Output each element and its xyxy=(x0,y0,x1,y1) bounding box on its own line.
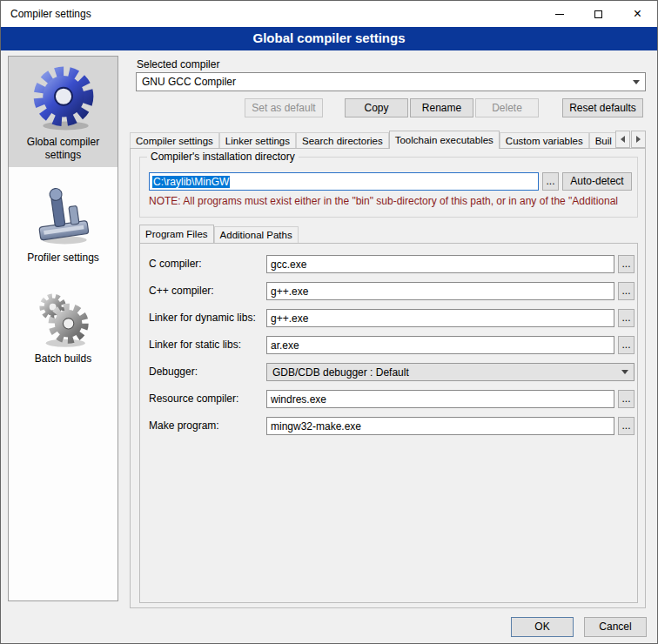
sidebar-item-label: Global compiler settings xyxy=(11,136,115,162)
static-linker-label: Linker for static libs: xyxy=(149,336,241,354)
arrow-right-icon xyxy=(636,136,641,143)
gray-gears-icon xyxy=(11,286,115,349)
dynamic-linker-label: Linker for dynamic libs: xyxy=(149,309,256,327)
resource-compiler-browse-button[interactable]: ... xyxy=(618,390,634,408)
compiler-settings-window: Compiler settings × Global compiler sett… xyxy=(0,0,658,644)
make-program-row: Make program: ... xyxy=(140,417,637,435)
selected-compiler-dropdown[interactable]: GNU GCC Compiler xyxy=(136,72,646,91)
sidebar-item-label: Batch builds xyxy=(11,352,115,366)
make-program-label: Make program: xyxy=(149,417,219,435)
resource-compiler-input[interactable] xyxy=(266,390,614,408)
close-icon: × xyxy=(634,7,641,21)
dynamic-linker-input[interactable] xyxy=(266,309,614,327)
sidebar-item-profiler-settings[interactable]: Profiler settings xyxy=(9,178,118,270)
c-compiler-label: C compiler: xyxy=(149,255,202,273)
toolchain-subtabstrip: Program Files Additional Paths xyxy=(139,225,299,243)
set-as-default-button[interactable]: Set as default xyxy=(245,98,323,117)
debugger-dropdown[interactable]: GDB/CDB debugger : Default xyxy=(266,363,634,381)
maximize-icon xyxy=(594,10,602,18)
debugger-row: Debugger: GDB/CDB debugger : Default xyxy=(140,363,637,381)
sidebar-item-label: Profiler settings xyxy=(11,252,115,265)
window-title: Compiler settings xyxy=(10,8,91,20)
tab-compiler-settings[interactable]: Compiler settings xyxy=(130,132,219,149)
maximize-button[interactable] xyxy=(579,1,618,27)
toolchain-executables-panel: Compiler's installation directory C:\ray… xyxy=(130,148,646,608)
chevron-down-icon xyxy=(633,80,640,84)
sidebar-item-global-compiler-settings[interactable]: Global compiler settings xyxy=(9,57,118,167)
sidebar-item-batch-builds[interactable]: Batch builds xyxy=(9,280,118,371)
static-linker-input[interactable] xyxy=(266,336,614,354)
resource-compiler-row: Resource compiler: ... xyxy=(140,390,637,408)
debugger-value: GDB/CDB debugger : Default xyxy=(272,366,409,379)
c-compiler-input[interactable] xyxy=(266,255,614,273)
tab-build-options-truncated[interactable]: Buil xyxy=(589,132,618,149)
make-program-browse-button[interactable]: ... xyxy=(618,417,634,435)
dynamic-linker-row: Linker for dynamic libs: ... xyxy=(140,309,637,327)
reset-defaults-button[interactable]: Reset defaults xyxy=(562,98,643,117)
installation-directory-group-title: Compiler's installation directory xyxy=(147,151,299,163)
settings-sidebar: Global compiler settings xyxy=(8,56,118,601)
static-linker-row: Linker for static libs: ... xyxy=(140,336,637,354)
dialog-banner-title: Global compiler settings xyxy=(1,27,657,50)
caption-buttons: × xyxy=(540,1,657,27)
cancel-button[interactable]: Cancel xyxy=(584,617,647,637)
titlebar: Compiler settings × xyxy=(1,1,657,27)
tab-scroll-right-button[interactable] xyxy=(631,131,646,148)
c-compiler-browse-button[interactable]: ... xyxy=(618,255,634,273)
cpp-compiler-label: C++ compiler: xyxy=(149,282,214,300)
cpp-compiler-browse-button[interactable]: ... xyxy=(618,282,634,300)
blue-gear-icon xyxy=(11,63,115,132)
delete-button[interactable]: Delete xyxy=(475,98,539,117)
cpp-compiler-input[interactable] xyxy=(266,282,614,300)
rename-button[interactable]: Rename xyxy=(410,98,473,117)
browse-directory-button[interactable]: ... xyxy=(542,172,559,191)
tab-custom-variables[interactable]: Custom variables xyxy=(500,132,589,149)
static-linker-browse-button[interactable]: ... xyxy=(618,336,634,354)
subtab-program-files[interactable]: Program Files xyxy=(139,225,214,243)
selected-compiler-value: GNU GCC Compiler xyxy=(142,76,236,88)
minimize-button[interactable] xyxy=(540,1,579,27)
auto-detect-button[interactable]: Auto-detect xyxy=(562,172,632,191)
tab-linker-settings[interactable]: Linker settings xyxy=(219,132,296,149)
selected-compiler-label: Selected compiler xyxy=(137,58,219,70)
chevron-down-icon xyxy=(621,370,628,374)
debugger-label: Debugger: xyxy=(149,363,198,381)
installation-directory-input[interactable]: C:\raylib\MinGW xyxy=(149,172,539,191)
program-files-panel: C compiler: ... C++ compiler: ... Linker… xyxy=(139,243,638,603)
subtab-additional-paths[interactable]: Additional Paths xyxy=(214,226,299,243)
cpp-compiler-row: C++ compiler: ... xyxy=(140,282,637,300)
ok-button[interactable]: OK xyxy=(511,617,574,637)
profiler-tool-icon xyxy=(11,184,115,248)
bin-subdirectory-note: NOTE: All programs must exist either in … xyxy=(149,195,633,207)
dynamic-linker-browse-button[interactable]: ... xyxy=(618,309,634,327)
close-button[interactable]: × xyxy=(618,1,657,27)
make-program-input[interactable] xyxy=(266,417,614,435)
arrow-left-icon xyxy=(621,136,625,143)
copy-button[interactable]: Copy xyxy=(345,98,408,117)
resource-compiler-label: Resource compiler: xyxy=(149,390,238,408)
c-compiler-row: C compiler: ... xyxy=(140,255,637,273)
installation-directory-selected-text: C:\raylib\MinGW xyxy=(152,176,230,188)
tab-search-directories[interactable]: Search directories xyxy=(296,132,389,149)
installation-directory-groupbox: Compiler's installation directory C:\ray… xyxy=(139,157,638,218)
tab-scroll-left-button[interactable] xyxy=(615,131,630,148)
settings-tabstrip: Compiler settings Linker settings Search… xyxy=(130,131,630,149)
minimize-icon xyxy=(555,14,564,15)
tab-toolchain-executables[interactable]: Toolchain executables xyxy=(389,131,500,149)
